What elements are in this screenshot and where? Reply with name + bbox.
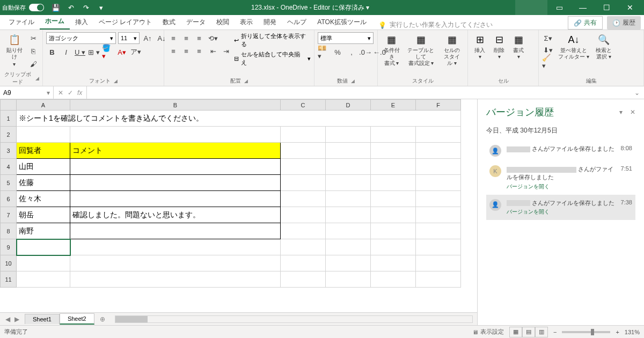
cell[interactable] xyxy=(281,175,326,191)
phonetic-button[interactable]: ア▾ xyxy=(130,46,142,58)
qat-more-icon[interactable]: ▾ xyxy=(97,3,105,12)
row-header[interactable]: 1 xyxy=(1,111,17,127)
sheet-nav-prev-icon[interactable]: ◀ xyxy=(5,315,10,323)
table-format-button[interactable]: ▦テーブルとして 書式設定 ▾ xyxy=(404,32,438,68)
cell[interactable] xyxy=(416,223,461,239)
cell[interactable]: 回覧者 xyxy=(17,143,70,159)
tab-file[interactable]: ファイル xyxy=(3,15,40,30)
row-header[interactable]: 10 xyxy=(1,255,17,271)
row-header[interactable]: 11 xyxy=(1,271,17,288)
page-layout-view-icon[interactable]: ▤ xyxy=(522,327,535,337)
row-header[interactable]: 5 xyxy=(1,175,17,191)
panel-options-icon[interactable]: ▾ xyxy=(619,108,623,116)
cell[interactable]: 佐々木 xyxy=(17,191,70,207)
cell[interactable] xyxy=(70,159,281,175)
col-header[interactable]: B xyxy=(70,100,281,111)
cell[interactable] xyxy=(281,255,326,271)
col-header[interactable]: D xyxy=(326,100,371,111)
cell[interactable]: 朝岳 xyxy=(17,207,70,223)
cell[interactable] xyxy=(416,255,461,271)
fill-color-button[interactable]: 🪣▾ xyxy=(102,46,114,58)
dialog-launcher-icon[interactable]: ◢ xyxy=(351,78,355,84)
cell[interactable] xyxy=(416,143,461,159)
expand-formula-icon[interactable]: ⌄ xyxy=(630,89,644,97)
cell[interactable] xyxy=(371,207,416,223)
cell[interactable] xyxy=(281,207,326,223)
cell[interactable] xyxy=(416,239,461,255)
close-icon[interactable]: ✕ xyxy=(618,0,642,15)
tab-view[interactable]: 表示 xyxy=(235,15,258,30)
col-header[interactable]: E xyxy=(371,100,416,111)
cell[interactable] xyxy=(70,239,281,255)
share-button[interactable]: 🔗共有 xyxy=(568,16,603,30)
sheet-tab[interactable]: Sheet1 xyxy=(25,314,60,324)
cell[interactable] xyxy=(326,239,371,255)
save-icon[interactable]: 💾 xyxy=(52,3,60,12)
zoom-slider[interactable] xyxy=(562,331,610,333)
col-header[interactable]: A xyxy=(17,100,70,111)
align-bottom-icon[interactable]: ≡ xyxy=(193,32,205,44)
cell[interactable] xyxy=(371,175,416,191)
align-center-icon[interactable]: ≡ xyxy=(180,45,192,57)
sheet-tab[interactable]: Sheet2 xyxy=(60,313,94,325)
cell[interactable] xyxy=(281,271,326,288)
cancel-icon[interactable]: ✕ xyxy=(58,89,63,97)
orientation-icon[interactable]: ⟲▾ xyxy=(207,32,219,44)
spreadsheet-grid[interactable]: A B C D E F 1※シート1を確認してコメントを書き込んでください。 2… xyxy=(0,99,461,288)
autosave-toggle[interactable]: 自動保存 xyxy=(2,4,44,12)
cell[interactable] xyxy=(371,239,416,255)
clear-icon[interactable]: 🧹▾ xyxy=(542,56,554,68)
cell[interactable] xyxy=(70,175,281,191)
cell-style-button[interactable]: ▦セルの スタイル ▾ xyxy=(440,32,464,68)
cell[interactable] xyxy=(70,223,281,239)
cell[interactable] xyxy=(326,223,371,239)
cell[interactable] xyxy=(326,159,371,175)
horizontal-scrollbar[interactable] xyxy=(115,315,473,323)
cell[interactable] xyxy=(70,127,281,143)
cell[interactable] xyxy=(17,271,70,288)
insert-cells-button[interactable]: ⊞挿入 ▾ xyxy=(471,32,488,61)
ribbon-options-icon[interactable]: ▭ xyxy=(547,0,571,15)
sort-filter-button[interactable]: A↓並べ替えと フィルター ▾ xyxy=(556,32,591,61)
cell[interactable] xyxy=(416,159,461,175)
cell[interactable] xyxy=(371,223,416,239)
autosum-icon[interactable]: Σ▾ xyxy=(542,32,554,44)
cell[interactable] xyxy=(416,127,461,143)
tab-insert[interactable]: 挿入 xyxy=(70,15,93,30)
tab-formulas[interactable]: 数式 xyxy=(157,15,181,30)
cell[interactable] xyxy=(371,271,416,288)
cell[interactable] xyxy=(371,159,416,175)
cell[interactable] xyxy=(326,127,371,143)
cell[interactable] xyxy=(416,271,461,288)
underline-button[interactable]: U ▾ xyxy=(74,46,86,58)
cell[interactable] xyxy=(326,191,371,207)
font-size-select[interactable]: 11▾ xyxy=(118,32,140,44)
cell[interactable] xyxy=(326,207,371,223)
cell[interactable] xyxy=(281,191,326,207)
italic-button[interactable]: I xyxy=(60,46,72,58)
open-version-link[interactable]: バージョンを開く xyxy=(507,183,616,190)
cell[interactable]: 南野 xyxy=(17,223,70,239)
cell[interactable]: コメント xyxy=(70,143,281,159)
cell[interactable]: 佐藤 xyxy=(17,175,70,191)
cell[interactable] xyxy=(17,127,70,143)
row-header[interactable]: 9 xyxy=(1,239,17,255)
currency-icon[interactable]: 💴▾ xyxy=(318,46,330,58)
cell[interactable]: 山田 xyxy=(17,159,70,175)
align-left-icon[interactable]: ≡ xyxy=(167,45,179,57)
version-entry[interactable]: K さんがファイルを保存しました バージョンを開く 7:51 xyxy=(486,161,635,195)
align-right-icon[interactable]: ≡ xyxy=(193,45,205,57)
font-color-button[interactable]: A▾ xyxy=(116,46,128,58)
bold-button[interactable]: B xyxy=(46,46,58,58)
comma-icon[interactable]: , xyxy=(346,46,357,58)
version-entry[interactable]: 👤 さんがファイルを保存しました バージョンを開く 7:38 xyxy=(486,195,635,220)
zoom-in-icon[interactable]: + xyxy=(616,329,619,335)
format-cells-button[interactable]: ▦書式 ▾ xyxy=(510,32,527,61)
row-header[interactable]: 8 xyxy=(1,223,17,239)
active-cell[interactable] xyxy=(17,239,70,255)
row-header[interactable]: 2 xyxy=(1,127,17,143)
tab-help[interactable]: ヘルプ xyxy=(282,15,312,30)
border-button[interactable]: ⊞ ▾ xyxy=(88,46,100,58)
align-top-icon[interactable]: ≡ xyxy=(167,32,179,44)
cell[interactable] xyxy=(326,143,371,159)
